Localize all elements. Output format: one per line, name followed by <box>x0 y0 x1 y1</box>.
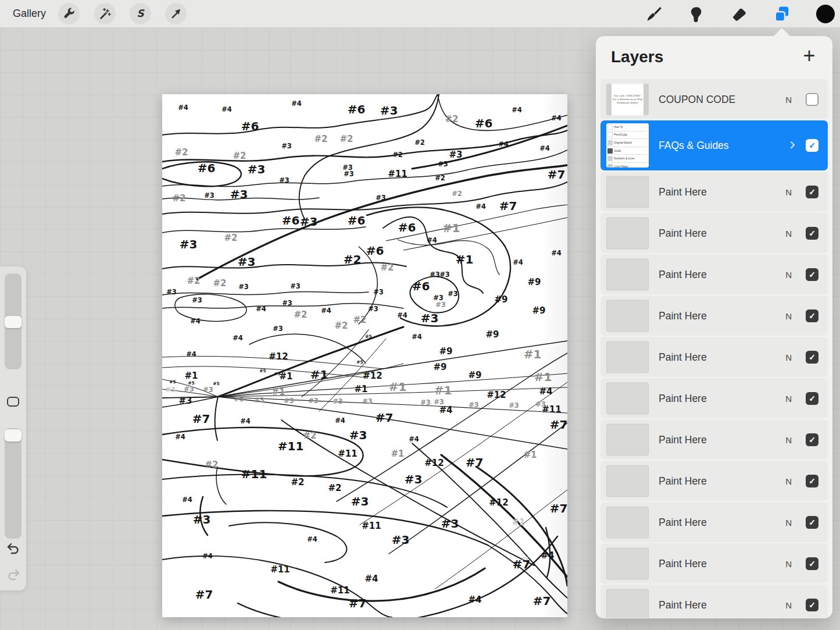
svg-text:#1: #1 <box>524 347 542 361</box>
layer-row[interactable]: Paint Here N › ✓ <box>600 337 828 377</box>
svg-text:#3: #3 <box>420 398 431 407</box>
actions-button[interactable] <box>58 3 80 24</box>
blend-mode-button[interactable]: N <box>783 557 794 570</box>
brush-size-handle[interactable] <box>5 316 22 328</box>
layer-name: Paint Here <box>659 309 707 322</box>
layer-row[interactable]: How To○Pencil1.jpg○Original Sketch○Guide… <box>600 120 828 170</box>
layer-row[interactable]: Use code "CREATOR" For a discount on an … <box>600 79 828 119</box>
redo-button[interactable] <box>3 565 23 584</box>
layer-thumbnail[interactable] <box>606 176 649 208</box>
svg-text:S: S <box>137 8 145 19</box>
svg-text:#4: #4 <box>476 202 486 211</box>
svg-text:#4: #4 <box>412 333 422 341</box>
svg-text:#6: #6 <box>198 161 216 175</box>
blend-mode-button[interactable]: N <box>783 186 794 198</box>
opacity-handle[interactable] <box>5 429 22 442</box>
svg-text:#4: #4 <box>551 249 562 257</box>
svg-text:#3: #3 <box>469 401 479 409</box>
layer-visibility-checkbox[interactable]: ✓ <box>806 516 818 529</box>
svg-text:#4: #4 <box>439 405 452 415</box>
layer-visibility-checkbox[interactable]: ✓ <box>806 227 818 240</box>
wrench-icon <box>62 7 76 20</box>
smudge-icon <box>688 6 704 22</box>
layers-panel: Layers + Use code "CREATOR" For a discou… <box>596 36 832 618</box>
blend-mode-button[interactable]: N <box>783 392 794 404</box>
layers-tool-button[interactable] <box>771 3 793 25</box>
undo-button[interactable] <box>3 539 23 558</box>
layer-visibility-checkbox[interactable]: ✓ <box>806 557 818 570</box>
layer-row[interactable]: Paint Here N › ✓ <box>600 378 828 418</box>
layer-visibility-checkbox[interactable]: ✓ <box>806 599 818 611</box>
layer-visibility-checkbox[interactable]: ✓ <box>806 139 818 152</box>
brush-size-slider[interactable] <box>5 273 22 369</box>
color-tool-button[interactable] <box>814 3 837 25</box>
layer-row[interactable]: Paint Here N › ✓ <box>600 419 828 460</box>
svg-text:#4: #4 <box>512 106 522 114</box>
layer-visibility-checkbox[interactable]: ✓ <box>806 93 818 106</box>
layer-thumbnail[interactable] <box>606 341 649 373</box>
layer-row[interactable]: Paint Here N › ✓ <box>600 585 828 618</box>
group-sub-layer: Numbers & Lines○ <box>606 155 649 163</box>
blend-mode-button[interactable]: N <box>783 516 794 528</box>
layer-row[interactable]: Paint Here N › ✓ <box>600 543 828 583</box>
blend-mode-button[interactable]: N <box>783 433 794 446</box>
layer-row[interactable]: Paint Here N › ✓ <box>600 502 828 542</box>
svg-text:#1: #1 <box>523 450 537 460</box>
svg-text:#2: #2 <box>334 321 348 331</box>
layer-visibility-checkbox[interactable]: ✓ <box>806 475 818 487</box>
blend-mode-button[interactable]: N <box>783 309 794 322</box>
blend-mode-button[interactable]: N <box>783 475 794 487</box>
artwork-canvas[interactable]: #4#4#4#6#3#2#6#4#4#6#2#2#2#3#2#4#3#3#4#2… <box>162 94 567 617</box>
layer-visibility-checkbox[interactable]: ✓ <box>806 186 818 198</box>
layer-thumbnail[interactable]: How To○Pencil1.jpg○Original Sketch○Guide… <box>606 123 649 168</box>
svg-text:#1: #1 <box>310 368 328 382</box>
blend-mode-button[interactable]: N <box>783 351 794 363</box>
layer-thumbnail[interactable] <box>606 465 649 497</box>
svg-text:#3: #3 <box>333 397 343 405</box>
svg-text:#4: #4 <box>551 114 562 122</box>
layer-thumbnail[interactable] <box>606 300 649 332</box>
layer-row[interactable]: Paint Here N › ✓ <box>600 172 828 212</box>
layer-visibility-checkbox[interactable]: ✓ <box>806 392 818 405</box>
add-layer-button[interactable]: + <box>799 45 820 66</box>
layer-thumbnail[interactable] <box>606 506 649 538</box>
blend-mode-button[interactable]: N <box>783 268 794 280</box>
blend-mode-button[interactable]: N <box>783 93 794 105</box>
svg-text:#2: #2 <box>172 193 185 204</box>
blend-mode-button[interactable]: N <box>783 599 794 611</box>
svg-text:#3: #3 <box>430 270 440 279</box>
layer-thumbnail[interactable]: Use code "CREATOR" For a discount on an … <box>606 83 649 115</box>
paint-tool-button[interactable] <box>642 3 664 25</box>
layer-visibility-checkbox[interactable]: ✓ <box>806 268 818 281</box>
layer-thumbnail[interactable] <box>606 258 649 290</box>
layer-visibility-checkbox[interactable]: ✓ <box>806 309 818 322</box>
gallery-button[interactable]: Gallery <box>13 0 46 27</box>
layer-row[interactable]: Paint Here N › ✓ <box>600 213 828 253</box>
transform-button[interactable] <box>165 3 187 24</box>
modify-button[interactable] <box>7 397 19 407</box>
blend-mode-button[interactable]: N <box>783 227 794 239</box>
layer-thumbnail[interactable] <box>606 547 649 579</box>
layer-thumbnail[interactable] <box>606 217 649 249</box>
svg-text:#7: #7 <box>548 168 566 181</box>
svg-text:#9: #9 <box>485 329 499 340</box>
layer-row[interactable]: Paint Here N › ✓ <box>600 254 828 294</box>
layer-thumbnail[interactable] <box>606 423 649 455</box>
group-sub-layer: Linen Paper○ <box>606 163 649 168</box>
smudge-tool-button[interactable] <box>685 3 707 25</box>
selection-button[interactable]: S <box>130 3 151 24</box>
layer-row[interactable]: Paint Here N › ✓ <box>600 296 828 336</box>
layer-thumbnail[interactable] <box>606 589 649 618</box>
layer-thumbnail[interactable] <box>606 382 649 414</box>
layer-row[interactable]: Paint Here N › ✓ <box>600 461 828 501</box>
layer-visibility-checkbox[interactable]: ✓ <box>806 351 818 364</box>
svg-text:#1: #1 <box>512 517 525 528</box>
adjustments-button[interactable] <box>94 3 116 24</box>
layer-visibility-checkbox[interactable]: ✓ <box>806 433 818 446</box>
svg-text:#2: #2 <box>291 477 304 487</box>
svg-text:#3: #3 <box>279 176 289 184</box>
svg-text:#2: #2 <box>314 134 327 144</box>
opacity-slider[interactable] <box>5 428 22 539</box>
svg-text:#6: #6 <box>412 279 430 293</box>
erase-tool-button[interactable] <box>728 3 750 25</box>
